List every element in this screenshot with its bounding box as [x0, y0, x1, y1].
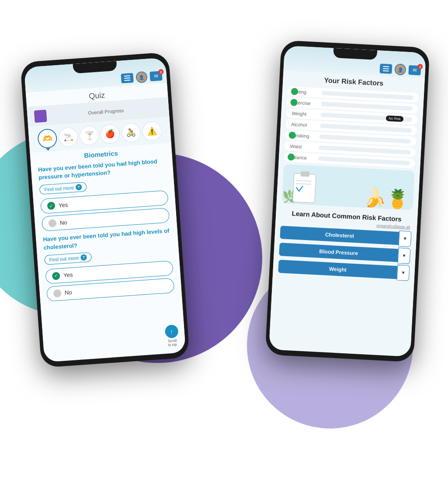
fruit-image-area: 🌿 🍌🍍 [282, 164, 415, 210]
clipboard-svg [290, 169, 323, 206]
answer-yes-1-label: Yes [59, 202, 68, 209]
scroll-label: Scrollto top [168, 338, 177, 348]
weight-bar: No Risk [320, 113, 412, 122]
active-indicator [46, 148, 50, 151]
find-out-more-2-label: Find out more [49, 255, 79, 262]
cholesterol-toggle[interactable]: ▼ [399, 230, 412, 247]
scene: 👤 ✉ 2 Quiz Overall Progress [0, 0, 448, 481]
svg-rect-1 [301, 171, 310, 177]
balance-bar [318, 156, 410, 165]
check-icon-1: ✓ [47, 202, 55, 210]
notification-button[interactable]: ✉ 2 [149, 71, 162, 81]
find-out-more-1[interactable]: Find out more ? [39, 182, 87, 195]
help-icon-1: ? [76, 184, 82, 191]
svg-rect-0 [293, 174, 316, 203]
phones-container: 👤 ✉ 2 Quiz Overall Progress [0, 13, 448, 477]
find-out-more-1-label: Find out more [44, 185, 74, 192]
radio-icon-1 [48, 219, 56, 227]
category-smoking[interactable]: 🚬 [58, 127, 79, 147]
category-alcohol[interactable]: 🍸 [79, 125, 100, 146]
category-exercise[interactable]: 🚴 [121, 122, 141, 143]
eating-bar [322, 91, 413, 100]
help-icon-2: ? [80, 254, 87, 261]
category-nutrition[interactable]: 🍎 [100, 124, 120, 144]
phone-1: 👤 ✉ 2 Quiz Overall Progress [20, 52, 190, 368]
risk-label-waist: Waist [290, 143, 316, 150]
risk-label-weight: Weight [292, 111, 317, 117]
notification-badge: 2 [158, 69, 164, 75]
answer-no-2-label: No [64, 289, 72, 296]
phone-1-screen: 👤 ✉ 2 Quiz Overall Progress [24, 58, 186, 362]
progress-label: Overall Progress [50, 105, 162, 118]
phone-2-body: Your Risk Factors Eating Exercise [269, 71, 425, 356]
category-biometrics[interactable]: 🫶 [37, 128, 58, 149]
answer-no-1-label: No [59, 219, 67, 226]
notification-button-2[interactable]: ✉ 2 [408, 65, 421, 75]
hamburger-button[interactable] [121, 73, 133, 84]
phone-2-screen: 👤 ✉ 2 Your Risk Factors Eating [269, 45, 426, 357]
hamburger-icon [124, 75, 131, 81]
scroll-to-top-button[interactable]: ↑ Scrollto top [165, 324, 179, 348]
smoking-bar [319, 134, 411, 143]
phone-1-body: Quiz Overall Progress 🫶 🚬 🍸 [26, 83, 186, 361]
fruit-emojis: 🍌🍍 [363, 186, 409, 210]
answer-yes-2-label: Yes [63, 272, 73, 279]
envelope-icon-2: ✉ [413, 67, 417, 73]
avatar-button[interactable]: 👤 [135, 71, 148, 84]
find-out-more-2[interactable]: Find out more ? [44, 252, 92, 265]
biometrics-icon: 🫶 [37, 128, 58, 149]
no-risk-badge: No Risk [386, 115, 404, 122]
risk-label-alcohol: Alcohol [291, 122, 317, 128]
waist-bar [319, 145, 410, 154]
envelope-icon: ✉ [154, 73, 158, 79]
scroll-up-icon: ↑ [165, 324, 179, 338]
exercise-bar [321, 102, 413, 111]
risk-list: Eating Exercise Weight No R [279, 86, 424, 169]
learn-section: Learn About Common Risk Factors expand/c… [273, 206, 418, 281]
hamburger-button-2[interactable] [379, 63, 392, 73]
weight-toggle[interactable]: ▼ [397, 265, 410, 281]
avatar-icon-2: 👤 [395, 64, 405, 74]
category-alert[interactable]: ⚠️ [142, 121, 162, 142]
alcohol-bar [320, 123, 412, 132]
radio-icon-2 [53, 289, 61, 297]
blood-pressure-toggle[interactable]: ▼ [398, 247, 411, 264]
hamburger-icon-2 [383, 66, 389, 72]
weight-accordion-btn[interactable]: Weight [278, 259, 397, 279]
progress-block [34, 110, 47, 123]
phone-2: 👤 ✉ 2 Your Risk Factors Eating [265, 40, 430, 362]
notification-badge-2: 2 [417, 64, 423, 70]
avatar-button-2[interactable]: 👤 [394, 63, 406, 75]
avatar-icon: 👤 [136, 72, 146, 82]
check-icon-2: ✓ [52, 272, 60, 280]
